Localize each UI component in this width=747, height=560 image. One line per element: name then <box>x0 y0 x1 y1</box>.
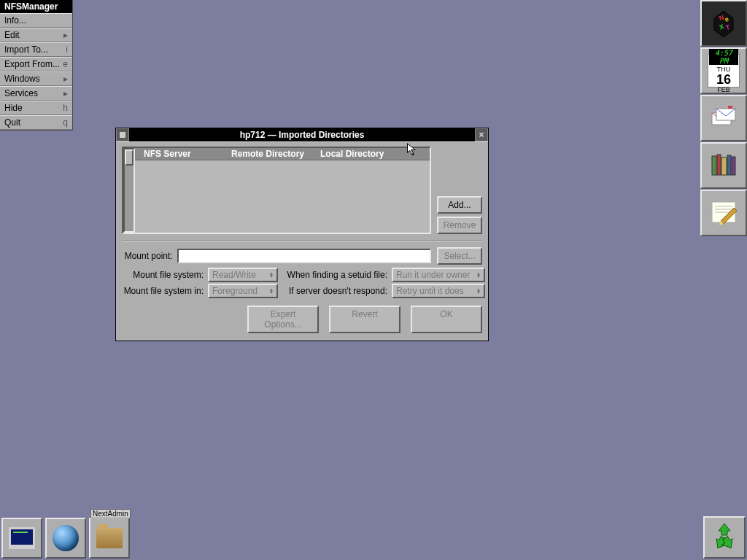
submenu-arrow-icon: ▸ <box>63 30 68 40</box>
svg-rect-11 <box>727 155 731 175</box>
menu-item-edit[interactable]: Edit ▸ <box>0 28 72 42</box>
mountpoint-input[interactable] <box>177 249 432 263</box>
setuid-value: Run it under owner <box>396 270 470 280</box>
menu-item-quit[interactable]: Quit q <box>0 115 72 130</box>
mountpoint-label: Mount point: <box>122 251 177 261</box>
pulldown-arrow-icon: ▲▼ <box>476 288 481 294</box>
clock-time: 4:57 PM <box>709 49 738 65</box>
menu-item-shortcut: q <box>63 117 68 128</box>
mountfs-value: Read/Write <box>212 270 256 280</box>
miniaturize-button[interactable] <box>116 128 129 141</box>
menu-item-label: Import To... <box>4 44 48 55</box>
mountfs-pulldown[interactable]: Read/Write ▲▼ <box>208 268 278 282</box>
directory-list[interactable]: NFS Server Remote Directory Local Direct… <box>122 147 431 234</box>
menu-item-label: Edit <box>4 30 20 40</box>
menu-item-label: Windows <box>4 74 40 84</box>
setuid-pulldown[interactable]: Run it under owner ▲▼ <box>392 268 485 282</box>
ok-button[interactable]: OK <box>411 306 482 333</box>
norespond-value: Retry until it does <box>396 286 464 296</box>
svg-rect-8 <box>712 156 716 175</box>
clock-day: 16 <box>708 73 739 86</box>
expert-options-button[interactable]: Expert Options... <box>247 306 319 333</box>
menu-item-hide[interactable]: Hide h <box>0 101 72 115</box>
clock-month: FEB <box>708 86 739 93</box>
dock-tile-clock[interactable]: 4:57 PM THU 16 FEB <box>700 47 747 94</box>
menu-item-services[interactable]: Services ▸ <box>0 86 72 101</box>
shelf-tile-label: NextAdmin <box>90 509 131 518</box>
dock: N e X T 4:57 PM THU 16 FEB <box>700 0 747 237</box>
menu-item-shortcut: e <box>63 59 68 69</box>
separator <box>122 240 482 241</box>
recycle-icon <box>708 521 740 555</box>
folder-icon <box>96 528 123 548</box>
norespond-label: If server doesn't respond: <box>284 286 392 296</box>
shelf: NextAdmin <box>1 518 130 559</box>
list-scrollbar[interactable] <box>123 148 135 233</box>
svg-rect-9 <box>717 155 721 175</box>
submenu-arrow-icon: ▸ <box>63 88 68 98</box>
submenu-arrow-icon: ▸ <box>63 74 68 84</box>
menu-item-info[interactable]: Info... <box>0 13 72 28</box>
mountfsin-pulldown[interactable]: Foreground ▲▼ <box>208 284 278 298</box>
dock-tile-edit[interactable] <box>700 190 747 236</box>
window-body: NFS Server Remote Directory Local Direct… <box>116 141 488 341</box>
pulldown-arrow-icon: ▲▼ <box>269 288 274 294</box>
menu-item-import[interactable]: Import To... i <box>0 42 72 57</box>
menu-item-label: Hide <box>4 103 23 113</box>
col-local-dir: Local Directory <box>314 149 390 159</box>
scrollbar-thumb[interactable] <box>125 149 133 166</box>
shelf-tile-terminal[interactable] <box>1 518 42 559</box>
terminal-icon <box>9 527 35 549</box>
close-button[interactable]: × <box>475 128 488 141</box>
dock-tile-mail[interactable] <box>700 95 747 141</box>
globe-icon <box>53 525 79 551</box>
note-icon <box>708 196 740 230</box>
menu-item-export[interactable]: Export From... e <box>0 57 72 71</box>
mountfsin-label: Mount file system in: <box>122 286 208 296</box>
menu-item-shortcut: i <box>66 44 68 55</box>
menu-item-label: Info... <box>4 15 26 26</box>
pulldown-arrow-icon: ▲▼ <box>476 272 481 278</box>
miniaturize-icon <box>120 132 125 138</box>
revert-button[interactable]: Revert <box>329 306 400 333</box>
menu-item-windows[interactable]: Windows ▸ <box>0 71 72 86</box>
dock-tile-library[interactable] <box>700 142 747 189</box>
books-icon <box>708 149 740 183</box>
imported-directories-window: hp712 — Imported Directories × NFS Serve… <box>115 128 489 341</box>
setuid-label: When finding a setuid file: <box>284 270 392 280</box>
remove-button[interactable]: Remove <box>437 217 482 234</box>
shelf-tile-nextadmin[interactable]: NextAdmin <box>89 518 130 559</box>
select-button[interactable]: Select... <box>437 247 482 265</box>
menu-item-label: Export From... <box>4 59 60 69</box>
mountfs-label: Mount file system: <box>122 270 208 280</box>
clock-dow: THU <box>708 66 739 73</box>
recycler-tile[interactable] <box>703 516 746 559</box>
titlebar[interactable]: hp712 — Imported Directories × <box>116 128 488 141</box>
close-icon: × <box>479 130 484 140</box>
svg-marker-0 <box>714 11 733 37</box>
add-button[interactable]: Add... <box>437 196 482 214</box>
next-logo-icon: N e X T <box>707 7 740 40</box>
menu-item-label: Quit <box>4 117 20 128</box>
app-menu-title: NFSManager <box>0 0 72 13</box>
app-menu: NFSManager Info... Edit ▸ Import To... i… <box>0 0 73 131</box>
shelf-tile-workspace[interactable] <box>45 518 86 559</box>
menu-item-label: Services <box>4 88 38 98</box>
menu-item-shortcut: h <box>63 103 68 113</box>
col-remote-dir: Remote Directory <box>225 149 314 159</box>
svg-rect-12 <box>732 157 735 175</box>
mail-icon <box>708 101 740 136</box>
pulldown-arrow-icon: ▲▼ <box>269 272 274 278</box>
col-nfs-server: NFS Server <box>138 149 225 159</box>
dock-tile-next[interactable]: N e X T <box>700 0 747 47</box>
mountfsin-value: Foreground <box>212 286 258 296</box>
calendar-icon: 4:57 PM THU 16 FEB <box>708 54 740 88</box>
norespond-pulldown[interactable]: Retry until it does ▲▼ <box>392 284 485 298</box>
svg-rect-10 <box>721 158 727 175</box>
svg-rect-7 <box>728 106 732 109</box>
window-title: hp712 — Imported Directories <box>129 130 475 140</box>
list-header: NFS Server Remote Directory Local Direct… <box>135 148 430 160</box>
